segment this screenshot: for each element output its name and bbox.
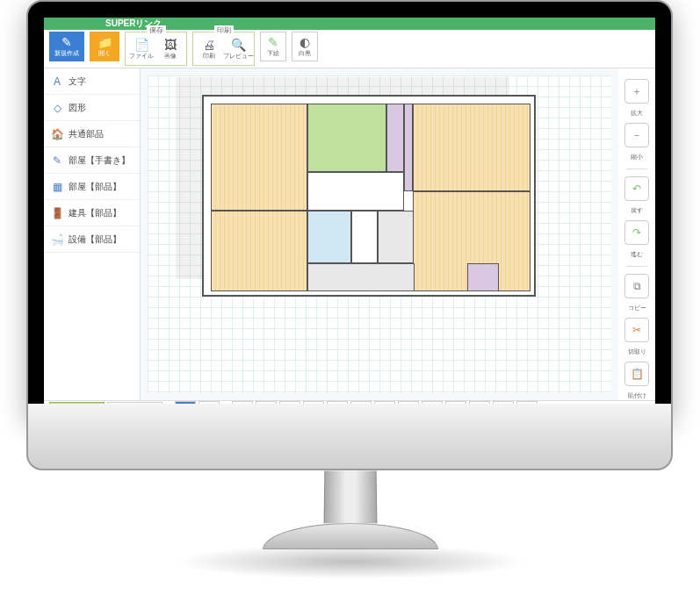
room-wc[interactable] [351, 211, 378, 263]
new-button[interactable]: ✎ 新規作成 [49, 32, 84, 61]
folder-icon: 📁 [97, 36, 112, 48]
undo-label: 戻す [631, 206, 643, 215]
sidebar-item-label: 建具【部品】 [69, 207, 121, 219]
sidebar-item-equipment[interactable]: 🛁 設備【部品】 [44, 226, 140, 253]
open-button[interactable]: 📁 開く [90, 32, 119, 61]
sidebar-item-room-parts[interactable]: ▦ 部屋【部品】 [44, 174, 140, 200]
main-area: A 文字 ◇ 図形 🏠 共通部品 ✎ 部屋【手書き】 [44, 68, 655, 400]
sidebar-item-label: 共通部品 [69, 128, 104, 140]
room-living[interactable] [211, 104, 307, 211]
sidebar-item-room-handwritten[interactable]: ✎ 部屋【手書き】 [44, 147, 140, 174]
paste-icon: 📋 [631, 368, 644, 380]
save-group: 保存 📄 ファイル 🖼 画像 [125, 32, 187, 66]
redo-label: 進む [631, 250, 643, 259]
handdraw-icon: ✎ [51, 154, 63, 167]
text-icon: A [51, 75, 63, 88]
room-icon: ▦ [51, 181, 63, 193]
plus-icon: ＋ [631, 84, 642, 99]
save-file-button[interactable]: 📄 ファイル [128, 34, 155, 64]
room-bedroom[interactable] [413, 104, 530, 191]
image-icon: 🖼 [164, 39, 177, 51]
equipment-icon: 🛁 [51, 233, 63, 246]
new-icon: ✎ [61, 36, 72, 48]
room-washroom[interactable] [378, 211, 415, 263]
room-entrance[interactable] [307, 263, 415, 291]
redo-button[interactable]: ↷ [624, 220, 649, 245]
minus-icon: － [631, 128, 642, 143]
zoom-out-label: 縮小 [631, 153, 643, 161]
bw-icon: ◐ [299, 36, 310, 48]
paste-label: 貼付け [628, 391, 646, 400]
draft-button[interactable]: ✎ 下絵 [260, 32, 286, 61]
right-toolbar: ＋ 拡大 － 縮小 ↶ 戻す ↷ 進む ⧉ コピー ✂ 切取り 📋 貼付け [618, 68, 655, 400]
app-window: SUPERリンク ✎ 新規作成 📁 開く 保存 📄 ファイル [44, 18, 655, 404]
monitor-frame: SUPERリンク ✎ 新規作成 📁 開く 保存 📄 ファイル [26, 0, 673, 421]
print-button[interactable]: 🖨 印刷 [196, 34, 222, 64]
preview-button[interactable]: 🔍 プレビュー [225, 34, 251, 64]
canvas[interactable] [141, 68, 618, 400]
floorplan[interactable] [202, 95, 536, 297]
shape-icon: ◇ [51, 102, 63, 114]
zoom-out-button[interactable]: － [624, 123, 649, 147]
scissors-icon: ✂ [632, 324, 641, 336]
sidebar-item-common-parts[interactable]: 🏠 共通部品 [44, 121, 140, 147]
house-icon: 🏠 [51, 128, 63, 140]
room-kitchen[interactable] [211, 211, 307, 291]
sidebar-item-text[interactable]: A 文字 [44, 68, 140, 95]
redo-icon: ↷ [632, 226, 641, 239]
zoom-in-button[interactable]: ＋ [624, 79, 649, 104]
print-group-label: 印刷 [214, 25, 234, 35]
paste-button[interactable]: 📋 [624, 362, 649, 386]
door-icon: 🚪 [51, 207, 63, 219]
monitor-chin [26, 404, 673, 470]
sidebar-item-label: 部屋【部品】 [69, 181, 121, 193]
sidebar-item-label: 文字 [69, 75, 86, 88]
titlebar: SUPERリンク [44, 18, 655, 30]
room-bath[interactable] [307, 211, 351, 263]
printer-icon: 🖨 [203, 39, 215, 51]
copy-label: コピー [628, 304, 646, 312]
copy-icon: ⧉ [633, 280, 641, 292]
sidebar-item-fittings[interactable]: 🚪 建具【部品】 [44, 200, 140, 226]
file-icon: 📄 [134, 39, 149, 51]
save-group-label: 保存 [147, 25, 166, 35]
bw-button[interactable]: ◐ 白黒 [292, 32, 318, 61]
undo-button[interactable]: ↶ [624, 176, 649, 201]
draft-icon: ✎ [268, 36, 278, 48]
sidebar-item-label: 図形 [69, 102, 86, 114]
monitor-stand [307, 470, 393, 549]
cut-label: 切取り [628, 348, 646, 356]
main-toolbar: ✎ 新規作成 📁 開く 保存 📄 ファイル 🖼 画像 [44, 30, 655, 68]
cut-button[interactable]: ✂ [624, 318, 649, 342]
room-closet-a[interactable] [386, 104, 404, 172]
undo-icon: ↶ [632, 183, 641, 195]
left-sidebar: A 文字 ◇ 図形 🏠 共通部品 ✎ 部屋【手書き】 [44, 68, 141, 400]
copy-button[interactable]: ⧉ [624, 274, 649, 298]
room-hall[interactable] [307, 172, 404, 211]
sidebar-item-shape[interactable]: ◇ 図形 [44, 95, 140, 121]
room-tatami[interactable] [307, 104, 386, 172]
zoom-in-label: 拡大 [631, 109, 643, 118]
room-closet-b[interactable] [404, 104, 413, 191]
save-image-button[interactable]: 🖼 画像 [157, 34, 184, 64]
room-closet-c[interactable] [467, 263, 499, 291]
sidebar-item-label: 設備【部品】 [69, 233, 121, 246]
preview-icon: 🔍 [231, 39, 246, 51]
sidebar-item-label: 部屋【手書き】 [69, 154, 130, 167]
print-group: 印刷 🖨 印刷 🔍 プレビュー [192, 32, 255, 66]
